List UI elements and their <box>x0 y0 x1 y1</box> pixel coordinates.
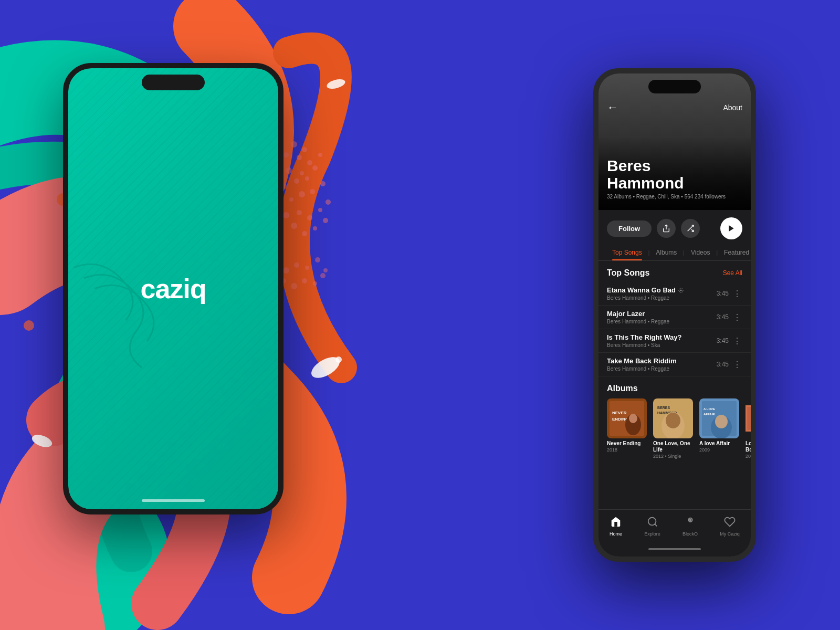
app-logo: caziq <box>140 273 206 304</box>
tab-albums[interactable]: Albums <box>650 245 682 260</box>
shuffle-button[interactable] <box>681 219 700 238</box>
nav-blocko[interactable]: BlockO <box>678 514 702 539</box>
song-more-button[interactable]: ⋮ <box>732 289 742 299</box>
action-row: Follow <box>598 210 751 245</box>
see-all-button[interactable]: See All <box>723 269 742 277</box>
albums-title: Albums <box>598 384 751 398</box>
svg-point-89 <box>648 518 656 526</box>
tabs-row: Top Songs | Albums | Videos | Featured O… <box>598 245 751 261</box>
svg-point-78 <box>666 413 680 428</box>
svg-point-34 <box>283 267 289 274</box>
back-button[interactable]: ← <box>607 101 618 114</box>
tab-featured-on[interactable]: Featured On <box>719 245 751 260</box>
song-duration: 3:45 <box>717 313 729 321</box>
svg-point-24 <box>297 210 302 215</box>
artist-header: ← About BeresHammond 32 Albums • Reggae,… <box>598 74 751 210</box>
song-info: Take Me Back Riddim Beres Hammond • Regg… <box>607 357 717 372</box>
song-row[interactable]: Etana Wanna Go Bad Beres Hammond • Regga… <box>598 282 751 306</box>
song-subtitle: Beres Hammond • Ska <box>607 342 717 348</box>
svg-point-18 <box>310 189 315 194</box>
explore-icon <box>647 516 658 530</box>
song-title: Is This The Right Way? <box>607 333 717 341</box>
album-name: Love Bou... <box>746 440 751 453</box>
album-card[interactable]: BERES HAMMOND One Love, One Life 2012 • … <box>653 398 693 459</box>
song-title: Take Me Back Riddim <box>607 357 717 365</box>
right-phone: ← About BeresHammond 32 Albums • Reggae,… <box>593 68 756 562</box>
nav-home[interactable]: Home <box>605 514 626 539</box>
song-row[interactable]: Take Me Back Riddim Beres Hammond • Regg… <box>598 353 751 376</box>
nav-my-caziq-label: My Caziq <box>720 531 740 537</box>
nav-explore[interactable]: Explore <box>640 514 665 539</box>
album-year: 2012 • Single <box>653 454 693 459</box>
about-button[interactable]: About <box>723 103 742 112</box>
song-info: Is This The Right Way? Beres Hammond • S… <box>607 333 717 348</box>
svg-point-36 <box>305 266 309 270</box>
svg-point-41 <box>302 278 307 284</box>
svg-point-15 <box>312 165 318 171</box>
svg-point-32 <box>323 218 328 223</box>
svg-point-13 <box>294 178 299 184</box>
svg-point-17 <box>320 181 326 186</box>
svg-point-14 <box>305 176 309 181</box>
svg-point-47 <box>335 356 342 363</box>
song-more-button[interactable]: ⋮ <box>732 336 742 346</box>
svg-text:A LOVE: A LOVE <box>704 407 715 411</box>
svg-point-8 <box>302 147 307 152</box>
album-name: One Love, One Life <box>653 440 693 453</box>
tab-videos[interactable]: Videos <box>686 245 715 260</box>
albums-scroll: NEVER ENDING Never Ending 2018 <box>598 398 751 459</box>
album-year: 2009 <box>699 447 739 453</box>
follow-button[interactable]: Follow <box>607 220 652 237</box>
song-settings-icon <box>678 287 684 293</box>
bottom-nav: Home Explore BlockO <box>598 509 751 541</box>
share-button[interactable] <box>657 219 676 238</box>
song-duration: 3:45 <box>717 337 729 344</box>
svg-point-30 <box>302 231 307 236</box>
song-more-button[interactable]: ⋮ <box>732 312 742 322</box>
svg-point-19 <box>299 191 305 197</box>
album-name: Never Ending <box>607 440 647 447</box>
svg-point-9 <box>307 160 312 165</box>
right-phone-notch <box>648 80 701 93</box>
svg-point-42 <box>313 281 317 286</box>
svg-point-38 <box>323 268 328 272</box>
heart-icon <box>724 516 736 530</box>
artist-meta: 32 Albums • Reggae, Chill, Ska • 564 234… <box>607 194 742 200</box>
svg-point-3 <box>284 152 289 158</box>
song-subtitle: Beres Hammond • Reggae <box>607 319 717 324</box>
svg-point-23 <box>283 212 289 218</box>
artist-name: BeresHammond <box>607 157 742 192</box>
svg-rect-86 <box>747 407 751 429</box>
album-name: A love Affair <box>699 440 739 447</box>
album-card[interactable]: A LOVE AFFAIR A love Affair 2009 <box>699 398 739 459</box>
artist-content[interactable]: Follow <box>598 210 751 509</box>
nav-home-label: Home <box>610 531 622 537</box>
song-row[interactable]: Major Lazer Beres Hammond • Reggae 3:45 … <box>598 306 751 329</box>
song-row[interactable]: Is This The Right Way? Beres Hammond • S… <box>598 329 751 353</box>
nav-my-caziq[interactable]: My Caziq <box>716 514 744 539</box>
svg-point-35 <box>294 262 299 268</box>
album-year: 2018 <box>607 447 647 453</box>
tab-top-songs[interactable]: Top Songs <box>607 245 647 260</box>
svg-point-67 <box>680 289 681 291</box>
svg-point-29 <box>291 223 297 229</box>
song-title: Major Lazer <box>607 310 717 318</box>
artist-top-nav: ← About <box>598 101 751 114</box>
svg-point-16 <box>318 153 322 157</box>
album-card[interactable]: Love Bou... 200... <box>746 398 751 459</box>
album-card[interactable]: NEVER ENDING Never Ending 2018 <box>607 398 647 459</box>
song-more-button[interactable]: ⋮ <box>732 360 742 370</box>
left-phone-notch <box>142 75 205 90</box>
svg-point-73 <box>629 414 637 423</box>
svg-line-90 <box>655 524 657 526</box>
svg-point-31 <box>313 226 317 230</box>
nav-blocko-label: BlockO <box>682 531 698 537</box>
play-button[interactable] <box>720 217 742 239</box>
nav-explore-label: Explore <box>644 531 660 537</box>
song-subtitle: Beres Hammond • Reggae <box>607 295 717 301</box>
svg-text:AFFAIR: AFFAIR <box>704 413 715 416</box>
albums-section: Albums NEVER ENDING <box>598 376 751 463</box>
top-songs-title: Top Songs <box>607 268 649 278</box>
svg-point-25 <box>307 215 312 220</box>
song-duration: 3:45 <box>717 290 729 297</box>
